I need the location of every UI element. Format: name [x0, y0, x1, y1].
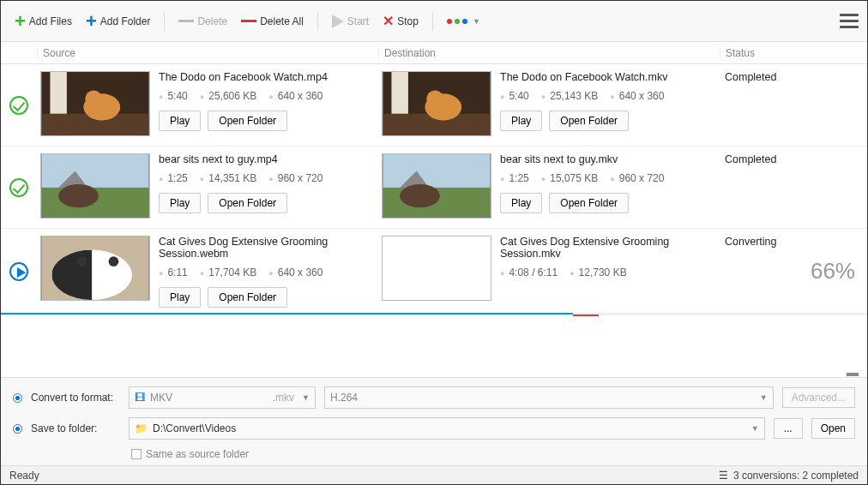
divider — [164, 12, 165, 31]
source-thumbnail — [40, 153, 150, 219]
path-combo[interactable]: 📁 D:\Convert\Videos ▼ — [129, 417, 765, 440]
minus-icon — [241, 20, 256, 22]
header-destination: Destination — [378, 47, 720, 59]
list-item[interactable]: bear sits next to guy.mp4 1:2514,351 KB9… — [1, 147, 867, 229]
svg-point-3 — [85, 90, 101, 106]
chevron-down-icon: ▼ — [473, 17, 480, 26]
extra-menu-button[interactable]: ▼ — [442, 13, 485, 30]
dest-filename: The Dodo on Facebook Watch.mkv — [500, 71, 716, 83]
svg-point-17 — [400, 184, 440, 207]
delete-label: Delete — [197, 15, 227, 27]
percent-text: 66% — [725, 258, 862, 284]
collapse-handle[interactable] — [847, 373, 859, 376]
add-folder-button[interactable]: + Add Folder — [81, 8, 156, 35]
same-folder-label: Same as source folder — [146, 448, 249, 460]
svg-rect-10 — [42, 154, 149, 188]
status-text: Completed — [725, 71, 862, 83]
play-button[interactable]: Play — [159, 193, 201, 213]
svg-rect-4 — [50, 72, 66, 114]
plus-icon: + — [15, 12, 26, 31]
film-icon: 🎞 — [135, 392, 145, 404]
check-icon — [9, 178, 28, 197]
codec-combo[interactable]: H.264 ▼ — [324, 386, 774, 409]
source-filename: The Dodo on Facebook Watch.mp4 — [159, 71, 375, 83]
open-folder-button[interactable]: Open Folder — [208, 193, 287, 213]
source-filename: bear sits next to guy.mp4 — [159, 153, 375, 165]
svg-rect-14 — [383, 154, 491, 188]
bottom-panel: Convert to format: 🎞 MKV .mkv ▼ H.264 ▼ … — [1, 377, 867, 465]
add-files-button[interactable]: + Add Files — [9, 8, 77, 35]
dest-filename: Cat Gives Dog Extensive Grooming Session… — [500, 236, 716, 260]
folder-icon: 📁 — [135, 422, 148, 434]
check-icon — [9, 96, 28, 115]
play-button[interactable]: Play — [500, 111, 542, 131]
play-icon — [332, 15, 344, 28]
dest-thumbnail — [382, 153, 491, 219]
svg-point-8 — [426, 90, 443, 106]
convert-radio[interactable] — [13, 393, 22, 403]
svg-point-13 — [58, 184, 99, 207]
minus-icon — [178, 20, 194, 22]
chevron-down-icon: ▼ — [302, 393, 310, 402]
list-item[interactable]: Cat Gives Dog Extensive Grooming Session… — [1, 229, 867, 315]
start-label: Start — [347, 15, 369, 27]
toolbar: + Add Files + Add Folder Delete Delete A… — [1, 1, 867, 42]
chevron-down-icon: ▼ — [751, 424, 759, 433]
open-folder-button[interactable]: Open Folder — [549, 111, 629, 131]
save-radio[interactable] — [13, 424, 22, 434]
plus-icon: + — [86, 12, 97, 31]
svg-point-21 — [77, 256, 87, 266]
status-left: Ready — [9, 470, 39, 482]
dots-icon — [447, 19, 467, 24]
conversion-list: The Dodo on Facebook Watch.mp4 5:4025,60… — [1, 64, 867, 315]
open-folder-button[interactable]: Open Folder — [208, 287, 287, 308]
same-folder-checkbox[interactable] — [131, 449, 142, 459]
column-headers: Source Destination Status — [1, 42, 867, 64]
list-item[interactable]: The Dodo on Facebook Watch.mp4 5:4025,60… — [1, 64, 867, 147]
chevron-down-icon: ▼ — [760, 393, 768, 402]
x-icon: ✕ — [383, 13, 394, 29]
stop-button[interactable]: ✕ Stop — [377, 9, 424, 33]
header-source: Source — [37, 47, 378, 59]
open-folder-button[interactable]: Open Folder — [208, 111, 287, 131]
add-folder-label: Add Folder — [100, 15, 151, 27]
divider — [432, 12, 433, 31]
play-button[interactable]: Play — [159, 111, 201, 131]
play-button[interactable]: Play — [159, 287, 201, 308]
hamburger-menu-button[interactable] — [840, 10, 859, 32]
dest-thumbnail — [382, 71, 491, 136]
dest-thumbnail — [382, 236, 491, 301]
save-label: Save to folder: — [31, 422, 120, 434]
status-right: 3 conversions: 2 completed — [733, 470, 859, 482]
svg-point-22 — [109, 256, 119, 266]
statusbar: Ready ☰ 3 conversions: 2 completed — [1, 465, 867, 484]
stop-label: Stop — [397, 15, 419, 27]
divider — [317, 12, 318, 31]
convert-label: Convert to format: — [31, 392, 120, 404]
delete-all-label: Delete All — [260, 15, 304, 27]
play-button[interactable]: Play — [500, 193, 542, 213]
format-combo[interactable]: 🎞 MKV .mkv ▼ — [129, 386, 316, 409]
advanced-button[interactable]: Advanced... — [782, 387, 855, 408]
open-button[interactable]: Open — [811, 418, 855, 439]
start-button[interactable]: Start — [327, 10, 374, 33]
browse-button[interactable]: ... — [774, 418, 803, 439]
source-filename: Cat Gives Dog Extensive Grooming Session… — [159, 236, 375, 260]
delete-all-button[interactable]: Delete All — [236, 11, 309, 32]
delete-button[interactable]: Delete — [173, 11, 232, 32]
open-folder-button[interactable]: Open Folder — [549, 193, 629, 213]
dest-filename: bear sits next to guy.mkv — [500, 153, 716, 165]
svg-rect-9 — [391, 72, 407, 114]
status-text: Converting — [725, 236, 862, 248]
header-status: Status — [720, 47, 867, 59]
status-text: Completed — [725, 153, 862, 165]
converting-icon — [9, 262, 28, 281]
source-thumbnail — [40, 71, 150, 136]
list-icon: ☰ — [719, 470, 728, 482]
source-thumbnail — [40, 236, 150, 301]
progress-bar — [1, 313, 867, 314]
add-files-label: Add Files — [29, 15, 72, 27]
